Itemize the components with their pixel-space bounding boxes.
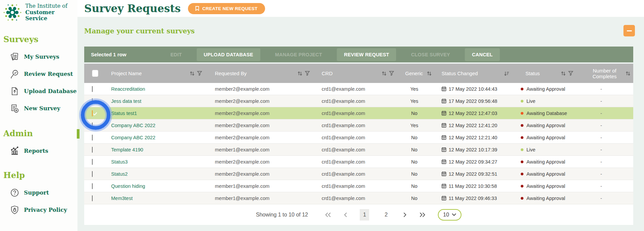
sort-icon[interactable]	[190, 71, 195, 76]
filter-icon[interactable]	[568, 71, 573, 76]
project-name-link[interactable]: Status3	[104, 159, 205, 165]
sort-icon[interactable]	[427, 71, 432, 76]
sort-icon[interactable]	[297, 71, 302, 76]
table-row[interactable]: Company ABC 2022 member2@example.com crd…	[84, 119, 633, 132]
table-row[interactable]: Status3 member2@example.com crd1@example…	[84, 156, 633, 168]
sort-descending-active-icon[interactable]	[504, 71, 509, 76]
column-header-requested-by[interactable]: Requested By	[215, 70, 247, 76]
table-row[interactable]: Company ABC 2022 member2@example.com crd…	[84, 132, 633, 144]
project-name-link[interactable]: Company ABC 2022	[104, 123, 205, 128]
project-name-link[interactable]: Mem3test	[104, 196, 205, 201]
status-text: Live	[526, 147, 536, 152]
cancel-button[interactable]: CANCEL	[465, 48, 500, 61]
table-row[interactable]: Template 4190 member1@example.com crd1@e…	[84, 144, 633, 156]
logo-flower-icon	[3, 3, 23, 22]
status-dot	[521, 148, 523, 151]
collapse-section-button[interactable]	[623, 25, 635, 36]
row-checkbox[interactable]	[92, 135, 93, 141]
table-row[interactable]: Status2 member2@example.com crd1@example…	[84, 168, 633, 180]
sidebar-item-label: Upload Database	[24, 88, 77, 94]
table-row[interactable]: Mem3test member1@example.com crd1@exampl…	[84, 192, 633, 204]
first-page-button[interactable]	[325, 212, 331, 218]
project-name-link[interactable]: Jess data test	[104, 98, 205, 104]
row-checkbox[interactable]	[92, 98, 93, 104]
project-name-link[interactable]: Status test1	[104, 111, 205, 116]
sidebar-item-label: Reports	[24, 148, 48, 154]
status-dot	[521, 124, 523, 127]
column-header-status[interactable]: Status	[525, 70, 540, 76]
crd-cell: crd1@example.com	[313, 159, 397, 165]
status-dot	[521, 173, 523, 175]
row-checkbox[interactable]	[92, 122, 93, 128]
create-new-request-label: CREATE NEW REQUEST	[202, 6, 257, 11]
project-name-link[interactable]: Company ABC 2022	[104, 135, 205, 140]
row-checkbox[interactable]	[92, 183, 93, 189]
content-area: Manage your current surveys Selected 1 r…	[77, 17, 644, 231]
table-toolbar: Selected 1 row EDIT UPLOAD DATABASE MANA…	[84, 47, 633, 62]
create-new-request-button[interactable]: CREATE NEW REQUEST	[188, 3, 265, 14]
close-survey-button[interactable]: CLOSE SURVEY	[404, 48, 457, 61]
filter-icon[interactable]	[197, 71, 202, 76]
project-name-link[interactable]: Template 4190	[104, 147, 205, 152]
crd-cell: crd1@example.com	[313, 86, 397, 92]
manage-project-button[interactable]: MANAGE PROJECT	[268, 48, 329, 61]
sidebar-item-reports[interactable]: Reports	[9, 142, 77, 160]
page-size-value: 10	[443, 212, 449, 218]
sidebar-heading-admin: Admin	[3, 128, 77, 138]
row-checkbox[interactable]	[92, 86, 93, 92]
sidebar-item-upload-database[interactable]: Upload Database	[9, 83, 77, 100]
generic-cell: No	[397, 135, 434, 140]
table-row[interactable]: Status test1 member2@example.com crd1@ex…	[84, 107, 633, 119]
filter-icon[interactable]	[305, 71, 310, 76]
sort-icon[interactable]	[561, 71, 566, 76]
generic-cell: No	[397, 147, 434, 152]
new-document-icon	[9, 103, 20, 114]
sort-icon[interactable]	[625, 71, 631, 76]
sidebar-heading-surveys: Surveys	[3, 34, 77, 44]
page-number-button[interactable]: 1	[360, 209, 369, 221]
filter-icon[interactable]	[389, 71, 394, 76]
column-header-status-changed[interactable]: Status Changed	[442, 70, 478, 76]
column-header-generic[interactable]: Generic	[405, 70, 423, 76]
page-size-select[interactable]: 10	[438, 209, 461, 221]
table-row[interactable]: Jess data test member2@example.com crd1@…	[84, 95, 633, 107]
project-name-link[interactable]: Status2	[104, 171, 205, 177]
row-checkbox[interactable]	[92, 147, 93, 153]
row-checkbox[interactable]	[92, 171, 93, 177]
requested-by-cell: member2@example.com	[205, 86, 313, 92]
status-changed-text: 12 May 2022 09:34:27	[449, 159, 497, 165]
sort-icon[interactable]	[382, 71, 387, 76]
last-page-button[interactable]	[419, 212, 426, 218]
row-checkbox[interactable]	[92, 110, 93, 116]
column-header-number-of-completes[interactable]: Number of Completes	[588, 68, 621, 79]
project-name-link[interactable]: Question hiding	[104, 183, 205, 189]
column-header-crd[interactable]: CRD	[322, 70, 333, 76]
shield-lock-icon	[9, 205, 20, 215]
generic-cell: No	[397, 159, 434, 165]
select-all-checkbox[interactable]	[92, 70, 98, 77]
generic-cell: Yes	[397, 123, 434, 128]
documents-icon	[9, 52, 20, 62]
sidebar-item-my-surveys[interactable]: My Surveys	[9, 48, 77, 65]
sidebar-item-privacy-policy[interactable]: Privacy Policy	[9, 201, 77, 219]
next-page-button[interactable]	[403, 212, 407, 218]
previous-page-button[interactable]	[344, 212, 348, 218]
row-checkbox[interactable]	[92, 159, 93, 165]
calendar-icon	[442, 123, 446, 128]
page-number-button[interactable]: 2	[381, 209, 391, 221]
row-checkbox[interactable]	[92, 195, 93, 201]
sidebar-item-review-request[interactable]: Review Request	[9, 65, 77, 83]
upload-database-button[interactable]: UPLOAD DATABASE	[197, 48, 260, 61]
page-title: Survey Requests	[84, 2, 181, 15]
review-request-button[interactable]: REVIEW REQUEST	[337, 48, 396, 61]
column-header-project-name[interactable]: Project Name	[111, 70, 142, 76]
table-row[interactable]: Reaccreditation member2@example.com crd1…	[84, 83, 633, 95]
sidebar-item-support[interactable]: Support	[9, 184, 77, 201]
crd-cell: crd1@example.com	[313, 171, 397, 177]
sidebar-item-new-survey[interactable]: New Survey	[9, 100, 77, 117]
requested-by-cell: member1@example.com	[205, 183, 313, 189]
project-name-link[interactable]: Reaccreditation	[104, 86, 205, 92]
table-row[interactable]: Question hiding member1@example.com crd1…	[84, 180, 633, 192]
edit-button[interactable]: EDIT	[163, 48, 189, 61]
status-text: Awaiting Approval	[526, 135, 565, 140]
